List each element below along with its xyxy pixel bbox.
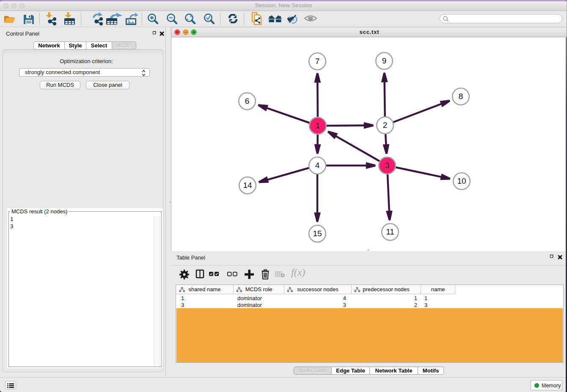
svg-text:4: 4 <box>315 161 320 170</box>
svg-text:14: 14 <box>243 181 252 190</box>
svg-text:3: 3 <box>385 161 390 170</box>
svg-text:2: 2 <box>383 121 388 130</box>
svg-text:1: 1 <box>316 121 320 130</box>
svg-text:7: 7 <box>315 57 320 66</box>
svg-text:6: 6 <box>245 97 250 105</box>
svg-text:15: 15 <box>313 229 322 238</box>
svg-text:10: 10 <box>457 177 466 185</box>
svg-text:8: 8 <box>459 92 463 101</box>
svg-text:11: 11 <box>386 227 394 236</box>
svg-text:9: 9 <box>382 56 387 65</box>
